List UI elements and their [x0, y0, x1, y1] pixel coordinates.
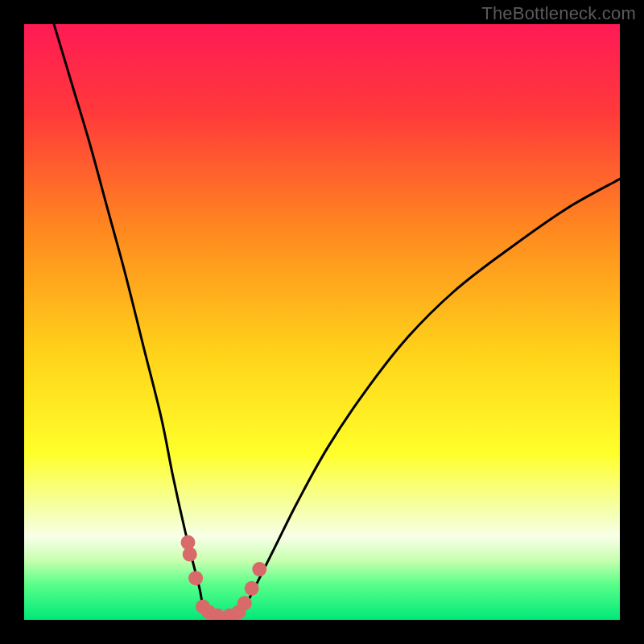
marker-dot [237, 596, 252, 610]
marker-dot [245, 581, 259, 596]
gradient-background [24, 24, 620, 620]
outer-frame: TheBottleneck.com [0, 0, 644, 644]
chart-svg [24, 24, 620, 620]
marker-dot [252, 562, 266, 576]
watermark-text: TheBottleneck.com [481, 3, 636, 24]
marker-dot [188, 571, 203, 585]
marker-dot [183, 547, 197, 562]
chart-area [24, 24, 620, 620]
